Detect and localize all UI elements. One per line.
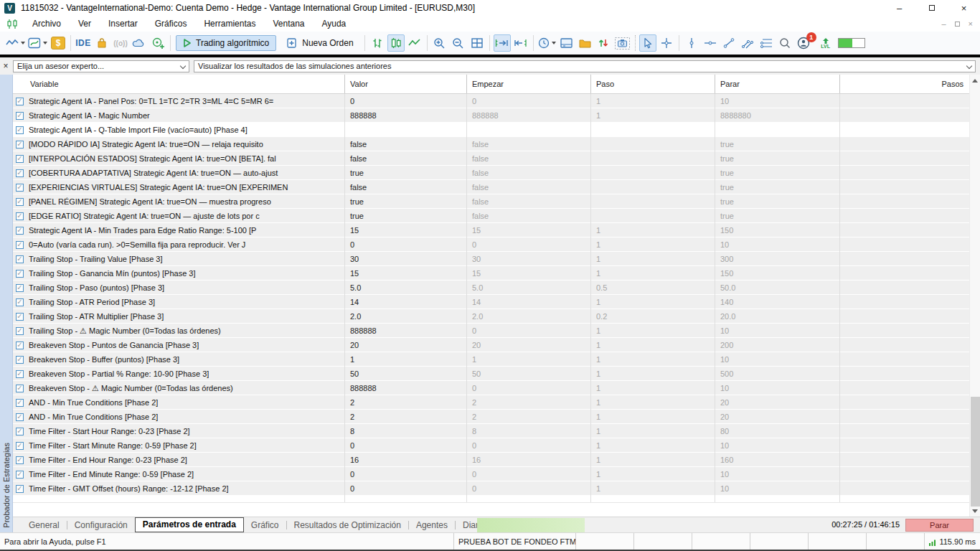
table-row[interactable]: ✓Trailing Stop - ATR Multiplier [Phase 3… <box>13 309 969 324</box>
restore-button[interactable] <box>915 0 948 16</box>
copy-trading-icon[interactable] <box>149 34 166 52</box>
table-row[interactable]: ✓AND - Min True Conditions [Phase 2]2212… <box>13 410 969 424</box>
row-checkbox[interactable]: ✓ <box>16 212 24 220</box>
metaeditor-ide-button[interactable]: IDE <box>75 34 92 52</box>
table-row[interactable]: ✓[EXPERIENCIAS VIRTUALES] Strategic Agen… <box>13 180 969 194</box>
menu-graficos[interactable]: Gráficos <box>146 16 196 32</box>
table-row[interactable]: ✓Trailing Stop - Trailing Value [Phase 3… <box>13 252 969 266</box>
row-checkbox[interactable]: ✓ <box>16 471 24 479</box>
row-checkbox[interactable]: ✓ <box>16 169 24 177</box>
row-checkbox[interactable]: ✓ <box>16 313 24 321</box>
chart-profile-icon[interactable] <box>5 34 26 52</box>
new-order-button[interactable]: Nueva Orden <box>281 35 359 51</box>
row-checkbox[interactable]: ✓ <box>16 198 24 206</box>
table-row[interactable]: ✓[PANEL RÉGIMEN] Strategic Agent IA: tru… <box>13 194 969 209</box>
row-checkbox[interactable]: ✓ <box>16 456 24 464</box>
channel-icon[interactable] <box>739 34 756 52</box>
row-checkbox[interactable]: ✓ <box>16 485 24 493</box>
close-button[interactable]: × <box>948 0 980 16</box>
row-checkbox[interactable]: ✓ <box>16 241 24 249</box>
table-row[interactable]: ✓Time Filter - End Minute Range: 0-59 [P… <box>13 467 969 481</box>
scroll-up-button[interactable] <box>970 75 980 86</box>
screenshot-camera-icon[interactable] <box>614 34 631 52</box>
menu-insertar[interactable]: Insertar <box>100 16 146 32</box>
col-paso[interactable]: Paso <box>590 75 715 93</box>
row-checkbox[interactable]: ✓ <box>16 428 24 435</box>
algo-trading-button[interactable]: Trading algorítmico <box>176 35 276 51</box>
row-checkbox[interactable]: ✓ <box>16 112 24 120</box>
market-bag-icon[interactable] <box>93 34 110 52</box>
menu-archivo[interactable]: Archivo <box>24 16 70 32</box>
minimize-button[interactable]: – <box>883 0 915 16</box>
table-row[interactable]: ✓[INTERPOLACIÓN ESTADOS] Strategic Agent… <box>13 151 969 166</box>
table-row[interactable]: ✓Time Filter - Start Hour Range: 0-23 [P… <box>13 424 969 438</box>
tab-parametros-de-entrada[interactable]: Parámetros de entrada <box>135 517 244 532</box>
col-empezar[interactable]: Empezar <box>466 75 590 93</box>
tab-general[interactable]: General <box>22 517 67 533</box>
col-parar[interactable]: Parar <box>715 75 839 93</box>
table-row[interactable]: ✓Trailing Stop - Paso (puntos) [Phase 3]… <box>13 281 969 295</box>
table-row[interactable]: ✓Breakeven Stop - ⚠ Magic Number (0=Toda… <box>13 381 969 395</box>
table-row[interactable]: ✓Strategic Agent IA - Panel Pos: 0=TL 1=… <box>13 94 969 108</box>
search-icon[interactable] <box>776 34 793 52</box>
table-row[interactable]: ✓AND - Min True Conditions [Phase 2]2212… <box>13 395 969 410</box>
col-variable[interactable]: Variable <box>13 75 344 93</box>
menu-ver[interactable]: Ver <box>70 16 100 32</box>
crosshair-icon[interactable] <box>658 34 675 52</box>
row-checkbox[interactable]: ✓ <box>16 370 24 378</box>
tester-close-button[interactable]: × <box>0 60 11 72</box>
table-row[interactable]: ✓Trailing Stop - Ganancia Mín (puntos) [… <box>13 266 969 281</box>
row-checkbox[interactable]: ✓ <box>16 255 24 263</box>
table-row[interactable]: ✓Breakeven Stop - Partial % Range: 10-90… <box>13 367 969 381</box>
cursor-icon[interactable] <box>639 34 656 52</box>
table-row[interactable]: ✓[EDGE RATIO] Strategic Agent IA: true=O… <box>13 209 969 223</box>
vertical-line-icon[interactable] <box>683 34 700 52</box>
tab-resultados-optimizacion[interactable]: Resultados de Optimización <box>287 517 408 533</box>
row-checkbox[interactable]: ✓ <box>16 184 24 192</box>
table-row[interactable]: ✓Strategic Agent IA - Q-Table Import Fil… <box>13 123 969 137</box>
menu-herramientas[interactable]: Herramientas <box>195 16 264 32</box>
row-checkbox[interactable]: ✓ <box>16 342 24 349</box>
community-icon[interactable]: 1 <box>795 34 812 52</box>
row-checkbox[interactable]: ✓ <box>16 413 24 421</box>
table-row[interactable]: ✓Strategic Agent IA - Min Trades para Ed… <box>13 223 969 237</box>
indicators-icon[interactable] <box>27 34 48 52</box>
chart-shift-icon[interactable] <box>512 34 529 52</box>
expert-advisor-combo[interactable]: Elija un asesor experto... <box>13 60 189 72</box>
scroll-down-button[interactable] <box>970 505 980 517</box>
row-checkbox[interactable]: ✓ <box>16 327 24 335</box>
table-row[interactable]: ✓Trailing Stop - ⚠ Magic Number (0=Todas… <box>13 324 969 338</box>
row-checkbox[interactable]: ✓ <box>16 442 24 450</box>
row-checkbox[interactable]: ✓ <box>16 298 24 306</box>
auto-scroll-icon[interactable] <box>494 34 511 52</box>
connection-status[interactable]: 115.90 ms <box>924 533 980 550</box>
mdi-restore-button[interactable] <box>955 22 960 27</box>
bar-chart-icon[interactable] <box>369 34 386 52</box>
previous-results-combo[interactable]: Visualizar los resultados de las simulac… <box>194 60 976 72</box>
lvl-icon[interactable]: LVL <box>817 34 834 52</box>
row-checkbox[interactable]: ✓ <box>16 356 24 364</box>
table-row[interactable]: ✓Strategic Agent IA - Magic Number888888… <box>13 108 969 123</box>
trendline-icon[interactable] <box>720 34 738 52</box>
table-row[interactable]: ✓Time Filter - GMT Offset (hours) Range:… <box>13 481 969 496</box>
depth-of-market-icon[interactable] <box>558 34 575 52</box>
horizontal-line-icon[interactable] <box>702 34 719 52</box>
tab-configuracion[interactable]: Configuración <box>67 517 135 533</box>
col-pasos[interactable]: Pasos <box>839 75 969 93</box>
row-checkbox[interactable]: ✓ <box>16 126 24 134</box>
zoom-out-icon[interactable] <box>450 34 467 52</box>
timeframes-clock-icon[interactable] <box>537 34 557 52</box>
tile-windows-icon[interactable] <box>468 34 486 52</box>
vertical-scrollbar[interactable] <box>969 75 980 517</box>
scrollbar-thumb[interactable] <box>971 397 980 507</box>
table-row[interactable]: ✓Breakeven Stop - Buffer (puntos) [Phase… <box>13 352 969 367</box>
buy-sell-arrows-icon[interactable] <box>595 34 613 52</box>
mdi-close-button[interactable]: × <box>969 19 973 28</box>
vps-cloud-icon[interactable] <box>131 34 148 52</box>
row-checkbox[interactable]: ✓ <box>16 155 24 163</box>
table-row[interactable]: ✓Time Filter - End Hour Range: 0-23 [Pha… <box>13 453 969 467</box>
line-chart-icon[interactable] <box>406 34 423 52</box>
row-checkbox[interactable]: ✓ <box>16 270 24 278</box>
table-row[interactable]: ✓Breakeven Stop - Puntos de Ganancia [Ph… <box>13 338 969 352</box>
table-row[interactable]: ✓0=Auto (varía cada run). >0=Semilla fij… <box>13 237 969 252</box>
